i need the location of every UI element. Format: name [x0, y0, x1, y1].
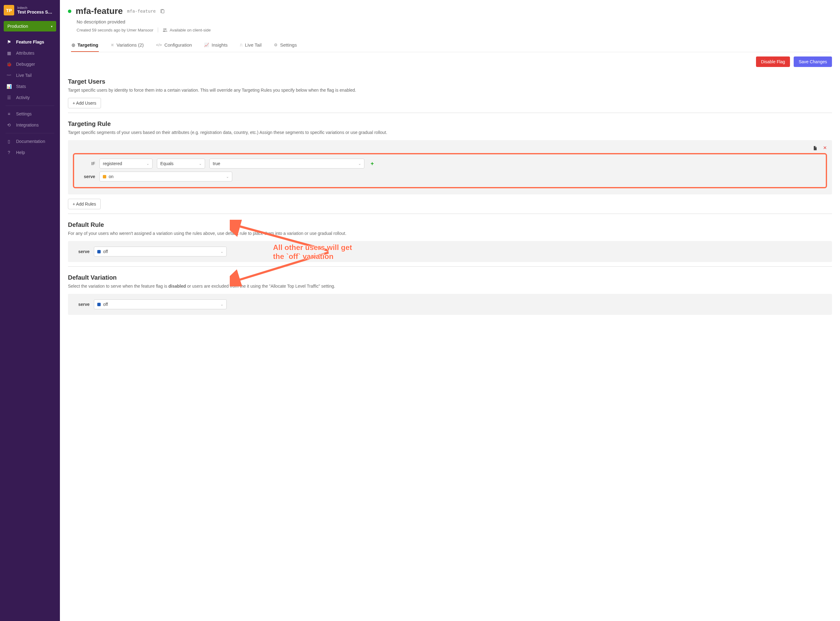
section-divider	[68, 113, 832, 113]
document-icon	[813, 146, 817, 151]
book-icon: ▯	[6, 139, 12, 144]
select-value: registered	[103, 161, 122, 166]
sidebar-item-feature-flags[interactable]: ⚑ Feature Flags	[0, 36, 60, 47]
sidebar-item-label: Integrations	[16, 123, 39, 127]
main-content: mfa-feature mfa-feature No description p…	[60, 0, 840, 621]
tab-insights[interactable]: 📈 Insights	[204, 40, 228, 52]
sidebar-item-attributes[interactable]: ▦ Attributes	[0, 47, 60, 59]
select-value: Equals	[160, 161, 173, 166]
tab-label: Variations (2)	[117, 42, 144, 47]
add-users-button[interactable]: + Add Users	[68, 98, 101, 108]
desc-pre: Select the variation to serve when the f…	[68, 284, 168, 289]
clipboard-icon	[160, 9, 165, 14]
sidebar-item-integrations[interactable]: ⟲ Integrations	[0, 120, 60, 130]
serve-text: on	[109, 174, 114, 179]
status-dot-active-icon	[68, 9, 71, 13]
variation-color-swatch	[103, 175, 106, 179]
bug-icon: 🐞	[6, 61, 12, 67]
section-description: For any of your users who weren't assign…	[68, 230, 832, 237]
sidebar-item-label: Feature Flags	[16, 39, 44, 44]
sidebar-item-settings[interactable]: ≡ Settings	[0, 108, 60, 120]
operator-select[interactable]: Equals ⌄	[157, 159, 205, 168]
environment-label: Production	[8, 24, 28, 29]
rule-highlight-annotation: IF registered ⌄ Equals ⌄ true ⌄	[73, 153, 827, 188]
stats-icon: 📊	[6, 84, 12, 89]
org-header[interactable]: TP Initech Test Process S…	[0, 3, 60, 19]
add-rules-button[interactable]: + Add Rules	[68, 199, 101, 209]
list-icon: ☰	[6, 95, 12, 100]
section-title: Targeting Rule	[68, 120, 832, 127]
value-select[interactable]: true ⌄	[210, 159, 365, 168]
section-default-rule: Default Rule For any of your users who w…	[68, 221, 832, 267]
default-rule-serve-row: serve off ⌄	[73, 247, 827, 256]
sidebar-item-documentation[interactable]: ▯ Documentation	[0, 136, 60, 147]
default-rule-panel: serve off ⌄	[68, 241, 832, 262]
chevron-down-icon: ⌄	[220, 303, 223, 306]
section-divider	[68, 214, 832, 214]
default-variation-serve-row: serve off ⌄	[73, 299, 827, 309]
chevron-down-icon: ⌄	[146, 162, 149, 166]
sidebar-item-label: Attributes	[16, 51, 34, 56]
flag-description: No description provided	[77, 19, 832, 24]
flag-icon: ⚑	[6, 39, 12, 45]
sidebar-item-label: Help	[16, 150, 25, 155]
add-condition-button[interactable]: +	[371, 161, 374, 167]
flag-title: mfa-feature	[76, 6, 123, 16]
default-variation-serve-select[interactable]: off ⌄	[94, 299, 227, 309]
sidebar-item-help[interactable]: ? Help	[0, 147, 60, 158]
target-icon: ◎	[71, 42, 75, 47]
tab-settings[interactable]: ⚙ Settings	[273, 40, 298, 52]
rule-toolbar: ✕	[73, 145, 827, 151]
grid-icon: ▦	[6, 50, 12, 56]
chevron-down-icon: ⌄	[199, 162, 202, 166]
copy-rule-button[interactable]	[813, 145, 817, 151]
copy-key-button[interactable]	[160, 8, 165, 14]
rule-panel: ✕ IF registered ⌄ Equals ⌄	[68, 140, 832, 194]
save-changes-button[interactable]: Save Changes	[794, 56, 832, 67]
tab-live-tail[interactable]: ⎍ Live Tail	[239, 40, 262, 52]
annotation-label: All other users will get the `off` varia…	[273, 243, 352, 261]
select-value: off	[97, 249, 108, 254]
tab-label: Insights	[211, 42, 228, 47]
sidebar-item-live-tail[interactable]: 〰 Live Tail	[0, 70, 60, 81]
title-row: mfa-feature mfa-feature	[68, 6, 832, 16]
svg-rect-0	[162, 9, 164, 13]
attribute-select[interactable]: registered ⌄	[99, 159, 153, 168]
flag-key: mfa-feature	[127, 9, 156, 14]
sidebar-item-label: Settings	[16, 111, 32, 117]
chart-icon: 📈	[204, 42, 209, 47]
sidebar-item-activity[interactable]: ☰ Activity	[0, 92, 60, 103]
sidebar-item-stats[interactable]: 📊 Stats	[0, 81, 60, 92]
serve-select[interactable]: on ⌄	[99, 172, 232, 182]
disable-flag-button[interactable]: Disable Flag	[756, 56, 790, 67]
gear-icon: ⚙	[274, 42, 278, 47]
section-targeting-rule: Targeting Rule Target specific segments …	[68, 120, 832, 214]
serve-label: serve	[73, 302, 90, 307]
default-variation-panel: serve off ⌄	[68, 294, 832, 315]
tab-label: Live Tail	[245, 42, 261, 47]
sidebar-item-label: Live Tail	[16, 73, 32, 78]
default-rule-serve-select[interactable]: off ⌄	[94, 247, 227, 256]
tab-variations[interactable]: ⤭ Variations (2)	[110, 40, 144, 52]
delete-rule-button[interactable]: ✕	[823, 145, 827, 151]
sidebar-item-label: Documentation	[16, 139, 45, 144]
flag-created: Created 59 seconds ago by Umer Mansoor	[77, 28, 153, 32]
section-description: Target specific users by identity to for…	[68, 87, 832, 94]
if-label: IF	[79, 161, 95, 166]
chevron-down-icon: ⌄	[220, 250, 223, 254]
section-description: Target specific segments of your users b…	[68, 129, 832, 136]
variation-color-swatch	[97, 250, 101, 253]
tab-configuration[interactable]: </> Configuration	[155, 40, 192, 52]
sidebar-item-debugger[interactable]: 🐞 Debugger	[0, 59, 60, 70]
environment-selector[interactable]: Production ▾	[4, 21, 56, 32]
nav-divider	[6, 106, 54, 106]
flag-tabs: ◎ Targeting ⤭ Variations (2) </> Configu…	[71, 40, 832, 52]
org-name: Initech	[17, 6, 52, 9]
select-value: off	[97, 302, 108, 307]
tab-targeting[interactable]: ◎ Targeting	[71, 40, 99, 52]
serve-label: serve	[73, 249, 90, 254]
section-title: Default Rule	[68, 221, 832, 229]
section-default-variation: Default Variation Select the variation t…	[68, 274, 832, 315]
actions-row: Disable Flag Save Changes	[68, 56, 832, 67]
annotation-line2: the `off` variation	[273, 252, 334, 261]
